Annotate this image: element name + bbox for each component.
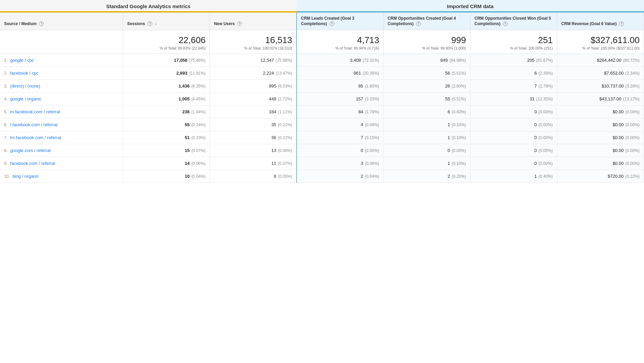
table-row: 5.m.facebook.com / referral236(1.04%)184… xyxy=(0,106,644,118)
col-header-source: Source / Medium ? xyxy=(0,12,123,30)
crm2-cell: 1(0.10%) xyxy=(383,157,470,170)
crm4-pct: (80.72%) xyxy=(623,58,640,63)
crm2-value: 56 xyxy=(445,71,450,76)
source-name[interactable]: l.facebook.com / referral xyxy=(10,122,57,127)
help-icon-sessions[interactable]: ? xyxy=(147,21,152,26)
col-label-newusers: New Users xyxy=(214,21,235,26)
newusers-value: 35 xyxy=(271,122,276,127)
crm3-value: 0 xyxy=(535,122,537,127)
source-name[interactable]: lm.facebook.com / referral xyxy=(10,135,61,140)
help-icon-crm4[interactable]: ? xyxy=(619,21,624,26)
source-cell: 5.m.facebook.com / referral xyxy=(0,106,123,118)
crm1-pct: (72.31%) xyxy=(363,58,379,63)
source-name[interactable]: m.facebook.com / referral xyxy=(10,109,60,114)
crm1-pct: (0.08%) xyxy=(365,122,379,127)
crm2-pct: (0.10%) xyxy=(452,161,466,166)
crm1-pct: (20.39%) xyxy=(363,71,379,76)
row-number: 4. xyxy=(4,97,7,101)
source-cell: 9.facebook.com / referral xyxy=(0,157,123,170)
source-cell: 7.lm.facebook.com / referral xyxy=(0,131,123,144)
help-icon-crm2[interactable]: ? xyxy=(416,21,421,26)
newusers-cell: 35(0.21%) xyxy=(210,118,297,131)
sessions-pct: (11.91%) xyxy=(189,71,206,76)
crm1-cell: 85(1.80%) xyxy=(297,80,383,93)
source-name[interactable]: google / cpc xyxy=(10,58,34,63)
sessions-pct: (0.24%) xyxy=(191,122,205,127)
crm4-value: $0.00 xyxy=(612,135,624,140)
col-header-sessions: Sessions ? ↓ xyxy=(123,12,210,30)
source-name[interactable]: bing / organic xyxy=(13,174,39,179)
total-crm1-cell: 4,713 % of Total: 99.94% (4,716) xyxy=(297,30,383,54)
column-header-row: Source / Medium ? Sessions ? ↓ New Users… xyxy=(0,12,644,30)
source-name[interactable]: google.com / referral xyxy=(10,148,51,153)
crm2-pct: (84.98%) xyxy=(449,58,466,63)
crm3-pct: (12.35%) xyxy=(536,97,553,101)
crm3-value: 6 xyxy=(535,71,537,76)
table-row: 6.l.facebook.com / referral55(0.24%)35(0… xyxy=(0,118,644,131)
help-icon-newusers[interactable]: ? xyxy=(237,21,242,26)
crm4-value: $0.00 xyxy=(612,161,624,166)
newusers-cell: 8(0.05%) xyxy=(210,170,297,183)
sessions-value: 14 xyxy=(185,161,189,166)
crm3-value: 205 xyxy=(527,58,535,63)
total-crm1-sub: % of Total: 99.94% (4,716) xyxy=(301,46,379,50)
crm3-pct: (0.00%) xyxy=(539,122,553,127)
total-sessions-sub: % of Total: 99.83% (22,645) xyxy=(127,46,205,50)
crm-section-header: Imported CRM data xyxy=(297,0,644,12)
help-icon-crm3[interactable]: ? xyxy=(503,21,508,26)
help-icon-source[interactable]: ? xyxy=(39,21,44,26)
sessions-cell: 10(0.04%) xyxy=(123,170,210,183)
row-number: 8. xyxy=(4,148,7,153)
crm2-value: 1 xyxy=(447,161,450,166)
crm1-value: 0 xyxy=(361,148,363,153)
col-label-sessions: Sessions xyxy=(127,21,145,26)
crm4-value: $0.00 xyxy=(612,122,624,127)
help-icon-crm1[interactable]: ? xyxy=(329,21,334,26)
source-name[interactable]: google / organic xyxy=(10,96,42,101)
sessions-cell: 2,693(11.91%) xyxy=(123,67,210,80)
crm2-cell: 849(84.98%) xyxy=(383,54,470,67)
crm3-value: 0 xyxy=(535,148,537,153)
source-cell: 1.google / cpc xyxy=(0,54,123,67)
crm4-cell: $0.00(0.00%) xyxy=(557,157,644,170)
newusers-pct: (2.72%) xyxy=(278,97,292,101)
sessions-cell: 1,005(4.45%) xyxy=(123,93,210,106)
crm3-cell: 0(0.00%) xyxy=(470,118,557,131)
crm4-pct: (0.00%) xyxy=(625,110,640,114)
sessions-pct: (4.45%) xyxy=(191,97,205,101)
sessions-pct: (6.35%) xyxy=(191,84,205,89)
crm2-value: 849 xyxy=(440,58,448,63)
crm3-cell: 7(2.79%) xyxy=(470,80,557,93)
crm2-value: 1 xyxy=(447,122,450,127)
row-number: 10. xyxy=(4,174,10,179)
crm4-value: $264,442.00 xyxy=(597,58,621,63)
crm3-pct: (0.00%) xyxy=(539,110,553,114)
total-newusers-main: 16,513 xyxy=(214,35,292,45)
total-crm4-main: $327,611.00 xyxy=(561,35,640,45)
crm2-value: 2 xyxy=(447,174,450,179)
section-header-row: Standard Google Analytics metrics Import… xyxy=(0,0,644,12)
newusers-cell: 13(0.08%) xyxy=(210,144,297,157)
newusers-pct: (1.11%) xyxy=(278,110,292,114)
crm2-pct: (5.51%) xyxy=(452,97,466,101)
source-name[interactable]: facebook / cpc xyxy=(10,71,39,76)
source-cell: 10.bing / organic xyxy=(0,170,123,183)
crm2-value: 1 xyxy=(447,135,450,140)
col-header-newusers: New Users ? xyxy=(210,12,297,30)
source-name[interactable]: facebook.com / referral xyxy=(10,161,55,166)
crm3-cell: 0(0.00%) xyxy=(470,131,557,144)
sort-icon-sessions[interactable]: ↓ xyxy=(155,21,157,27)
sessions-pct: (0.07%) xyxy=(191,148,205,153)
table-row: 1.google / cpc17,058(75.46%)12,547(75.98… xyxy=(0,54,644,67)
crm4-cell: $0.00(0.00%) xyxy=(557,118,644,131)
crm3-pct: (81.67%) xyxy=(536,58,553,63)
total-crm3-sub: % of Total: 100.00% (251) xyxy=(475,46,553,50)
newusers-pct: (0.21%) xyxy=(278,122,292,127)
crm4-pct: (0.00%) xyxy=(625,148,640,153)
source-name[interactable]: (direct) / (none) xyxy=(10,83,40,89)
crm2-value: 55 xyxy=(445,96,450,101)
crm1-cell: 84(1.78%) xyxy=(297,106,383,118)
crm1-cell: 0(0.00%) xyxy=(297,144,383,157)
crm2-cell: 1(0.10%) xyxy=(383,131,470,144)
crm4-pct: (3.28%) xyxy=(625,84,640,89)
